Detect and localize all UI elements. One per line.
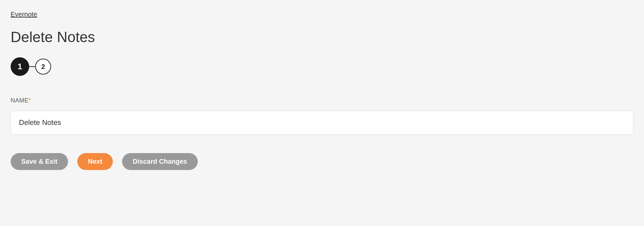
- next-button[interactable]: Next: [77, 153, 113, 170]
- save-exit-button[interactable]: Save & Exit: [11, 153, 68, 170]
- step-connector: [29, 66, 35, 67]
- step-2[interactable]: 2: [35, 59, 51, 75]
- required-indicator: *: [29, 97, 31, 104]
- button-row: Save & Exit Next Discard Changes: [11, 153, 633, 170]
- discard-button[interactable]: Discard Changes: [122, 153, 197, 170]
- name-label: NAME*: [11, 97, 633, 104]
- stepper: 1 2: [11, 57, 633, 76]
- name-label-text: NAME: [11, 97, 29, 104]
- step-1[interactable]: 1: [11, 57, 29, 76]
- breadcrumb-link[interactable]: Evernote: [11, 11, 37, 18]
- name-field-group: NAME*: [11, 97, 633, 135]
- page-title: Delete Notes: [11, 29, 633, 45]
- name-input[interactable]: [11, 111, 633, 135]
